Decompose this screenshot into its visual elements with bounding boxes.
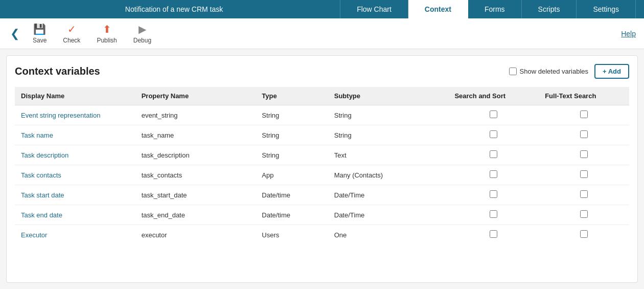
- table-row: Task start datetask_start_dateDate/timeD…: [15, 185, 629, 205]
- cell-search-sort: [448, 105, 539, 125]
- content-title: Context variables: [15, 65, 100, 77]
- search-sort-checkbox[interactable]: [490, 230, 497, 238]
- fulltext-search-checkbox[interactable]: [580, 110, 588, 118]
- show-deleted-text: Show deleted variables: [520, 68, 588, 75]
- cell-property-name: event_string: [135, 105, 256, 125]
- cell-property-name: executor: [135, 225, 256, 245]
- cell-subtype: One: [328, 225, 449, 245]
- top-nav-tabs: Flow Chart Context Forms Scripts Setting…: [340, 0, 636, 18]
- cell-type: String: [256, 145, 328, 165]
- cell-subtype: String: [328, 105, 449, 125]
- table-row: Task descriptiontask_descriptionStringTe…: [15, 145, 629, 165]
- cell-search-sort: [448, 165, 539, 185]
- cell-fulltext-search: [539, 125, 629, 145]
- cell-search-sort: [448, 205, 539, 225]
- tab-flowchart[interactable]: Flow Chart: [340, 0, 408, 18]
- cell-subtype: Date/Time: [328, 185, 449, 205]
- search-sort-checkbox[interactable]: [490, 150, 497, 158]
- cell-type: Users: [256, 225, 328, 245]
- search-sort-checkbox[interactable]: [490, 130, 497, 138]
- publish-icon: ⬆: [103, 23, 111, 35]
- search-sort-checkbox[interactable]: [490, 170, 497, 178]
- fulltext-search-checkbox[interactable]: [580, 190, 588, 198]
- cell-display-name[interactable]: Task end date: [15, 205, 135, 225]
- table-row: ExecutorexecutorUsersOne: [15, 225, 629, 245]
- cell-display-name[interactable]: Executor: [15, 225, 135, 245]
- search-sort-checkbox[interactable]: [490, 210, 497, 218]
- table-row: Task nametask_nameStringString: [15, 125, 629, 145]
- cell-type: Date/time: [256, 205, 328, 225]
- fulltext-search-checkbox[interactable]: [580, 150, 588, 158]
- debug-label: Debug: [133, 37, 151, 44]
- cell-display-name[interactable]: Task description: [15, 145, 135, 165]
- cell-property-name: task_start_date: [135, 185, 256, 205]
- cell-type: String: [256, 105, 328, 125]
- help-link[interactable]: Help: [621, 30, 636, 38]
- cell-fulltext-search: [539, 165, 629, 185]
- add-button[interactable]: + Add: [594, 64, 629, 79]
- header-controls: Show deleted variables + Add: [509, 64, 629, 79]
- cell-subtype: Text: [328, 145, 449, 165]
- fulltext-search-checkbox[interactable]: [580, 210, 588, 218]
- cell-fulltext-search: [539, 105, 629, 125]
- check-label: Check: [63, 37, 80, 44]
- cell-type: String: [256, 125, 328, 145]
- show-deleted-checkbox[interactable]: [509, 68, 517, 75]
- fulltext-search-checkbox[interactable]: [580, 170, 588, 178]
- cell-fulltext-search: [539, 225, 629, 245]
- col-header-subtype: Subtype: [328, 87, 449, 105]
- cell-display-name[interactable]: Task contacts: [15, 165, 135, 185]
- check-button[interactable]: ✓ Check: [56, 20, 87, 47]
- cell-property-name: task_name: [135, 125, 256, 145]
- cell-display-name[interactable]: Task start date: [15, 185, 135, 205]
- debug-button[interactable]: ▶ Debug: [126, 20, 158, 47]
- cell-subtype: String: [328, 125, 449, 145]
- cell-type: App: [256, 165, 328, 185]
- col-header-search: Search and Sort: [448, 87, 539, 105]
- tab-context[interactable]: Context: [408, 0, 468, 18]
- cell-property-name: task_end_date: [135, 205, 256, 225]
- col-header-display: Display Name: [15, 87, 135, 105]
- cell-display-name[interactable]: Event string representation: [15, 105, 135, 125]
- publish-button[interactable]: ⬆ Publish: [89, 20, 124, 47]
- cell-subtype: Many (Contacts): [328, 165, 449, 185]
- cell-search-sort: [448, 145, 539, 165]
- back-button[interactable]: ❮: [4, 27, 26, 40]
- main-content: Context variables Show deleted variables…: [6, 55, 638, 283]
- fulltext-search-checkbox[interactable]: [580, 130, 588, 138]
- fulltext-search-checkbox[interactable]: [580, 230, 588, 238]
- cell-fulltext-search: [539, 145, 629, 165]
- content-header: Context variables Show deleted variables…: [15, 64, 629, 79]
- toolbar-actions: 💾 Save ✓ Check ⬆ Publish ▶ Debug: [26, 20, 158, 47]
- tab-settings[interactable]: Settings: [577, 0, 636, 18]
- debug-icon: ▶: [139, 23, 146, 35]
- search-sort-checkbox[interactable]: [490, 190, 497, 198]
- cell-subtype: Date/Time: [328, 205, 449, 225]
- toolbar: ❮ 💾 Save ✓ Check ⬆ Publish ▶ Debug Help: [0, 18, 644, 49]
- save-icon: 💾: [33, 23, 46, 35]
- tab-scripts[interactable]: Scripts: [522, 0, 577, 18]
- cell-fulltext-search: [539, 205, 629, 225]
- page-title: Notification of a new CRM task: [8, 5, 340, 13]
- save-label: Save: [33, 37, 47, 44]
- variables-table: Display Name Property Name Type Subtype …: [15, 87, 629, 244]
- check-icon: ✓: [67, 23, 76, 35]
- cell-search-sort: [448, 225, 539, 245]
- col-header-type: Type: [256, 87, 328, 105]
- cell-display-name[interactable]: Task name: [15, 125, 135, 145]
- table-header-row: Display Name Property Name Type Subtype …: [15, 87, 629, 105]
- top-bar: Notification of a new CRM task Flow Char…: [0, 0, 644, 18]
- cell-type: Date/time: [256, 185, 328, 205]
- table-row: Task end datetask_end_dateDate/timeDate/…: [15, 205, 629, 225]
- cell-property-name: task_description: [135, 145, 256, 165]
- save-button[interactable]: 💾 Save: [26, 20, 54, 47]
- search-sort-checkbox[interactable]: [490, 110, 497, 118]
- cell-search-sort: [448, 125, 539, 145]
- show-deleted-label[interactable]: Show deleted variables: [509, 68, 588, 75]
- col-header-fulltext: Full-Text Search: [539, 87, 629, 105]
- tab-forms[interactable]: Forms: [468, 0, 522, 18]
- cell-fulltext-search: [539, 185, 629, 205]
- cell-property-name: task_contacts: [135, 165, 256, 185]
- publish-label: Publish: [97, 37, 117, 44]
- table-row: Event string representationevent_stringS…: [15, 105, 629, 125]
